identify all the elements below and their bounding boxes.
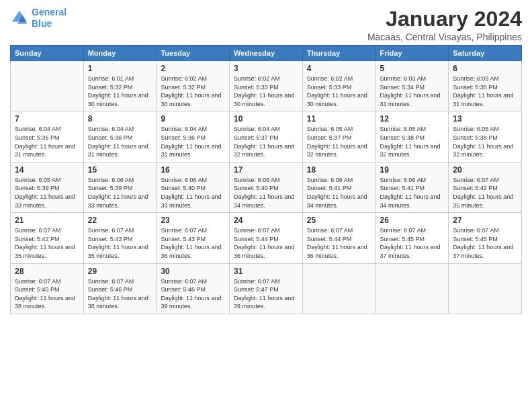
table-row: 27 Sunrise: 6:07 AMSunset: 5:45 PMDaylig… (449, 213, 522, 263)
table-row: 31 Sunrise: 6:07 AMSunset: 5:47 PMDaylig… (230, 263, 303, 314)
day-info: Sunrise: 6:04 AMSunset: 5:35 PMDaylight:… (15, 125, 79, 158)
day-number: 31 (234, 267, 298, 276)
day-number: 21 (15, 216, 79, 225)
day-info: Sunrise: 6:01 AMSunset: 5:32 PMDaylight:… (88, 75, 152, 108)
col-saturday: Saturday (449, 46, 522, 61)
table-row: 23 Sunrise: 6:07 AMSunset: 5:43 PMDaylig… (157, 213, 230, 263)
col-tuesday: Tuesday (157, 46, 230, 61)
day-number: 1 (88, 64, 152, 73)
calendar-week-row: 28 Sunrise: 6:07 AMSunset: 5:45 PMDaylig… (11, 263, 522, 314)
col-friday: Friday (375, 46, 449, 61)
day-info: Sunrise: 6:05 AMSunset: 5:39 PMDaylight:… (15, 176, 79, 210)
day-info: Sunrise: 6:06 AMSunset: 5:41 PMDaylight:… (380, 176, 445, 210)
header: General Blue January 2024 Macaas, Centra… (10, 7, 522, 42)
day-info: Sunrise: 6:06 AMSunset: 5:40 PMDaylight:… (234, 176, 298, 210)
table-row (449, 263, 522, 314)
table-row: 25 Sunrise: 6:07 AMSunset: 5:44 PMDaylig… (302, 213, 375, 263)
day-info: Sunrise: 6:05 AMSunset: 5:38 PMDaylight:… (380, 125, 445, 158)
table-row: 11 Sunrise: 6:05 AMSunset: 5:37 PMDaylig… (302, 111, 375, 162)
day-info: Sunrise: 6:07 AMSunset: 5:44 PMDaylight:… (234, 226, 298, 260)
day-info: Sunrise: 6:03 AMSunset: 5:34 PMDaylight:… (380, 75, 445, 108)
day-info: Sunrise: 6:06 AMSunset: 5:41 PMDaylight:… (307, 176, 371, 210)
logo-icon (10, 9, 29, 28)
calendar-week-row: 7 Sunrise: 6:04 AMSunset: 5:35 PMDayligh… (11, 111, 522, 162)
day-number: 19 (380, 165, 445, 175)
day-number: 22 (88, 216, 152, 225)
table-row: 14 Sunrise: 6:05 AMSunset: 5:39 PMDaylig… (11, 162, 84, 212)
table-row: 1 Sunrise: 6:01 AMSunset: 5:32 PMDayligh… (83, 61, 157, 111)
day-info: Sunrise: 6:06 AMSunset: 5:40 PMDaylight:… (161, 176, 225, 210)
table-row: 18 Sunrise: 6:06 AMSunset: 5:41 PMDaylig… (302, 162, 375, 212)
col-monday: Monday (83, 46, 157, 61)
table-row: 19 Sunrise: 6:06 AMSunset: 5:41 PMDaylig… (375, 162, 449, 212)
calendar-table: Sunday Monday Tuesday Wednesday Thursday… (10, 45, 522, 314)
day-number: 5 (380, 64, 445, 73)
table-row: 8 Sunrise: 6:04 AMSunset: 5:36 PMDayligh… (83, 111, 157, 162)
day-number: 6 (453, 64, 517, 73)
logo-line1: General (32, 7, 66, 17)
day-number: 7 (15, 114, 79, 124)
table-row: 30 Sunrise: 6:07 AMSunset: 5:46 PMDaylig… (157, 263, 230, 314)
day-info: Sunrise: 6:07 AMSunset: 5:42 PMDaylight:… (15, 226, 79, 260)
title-block: January 2024 Macaas, Central Visayas, Ph… (367, 7, 522, 42)
logo-text: General Blue (32, 7, 66, 30)
table-row: 22 Sunrise: 6:07 AMSunset: 5:43 PMDaylig… (83, 213, 157, 263)
day-info: Sunrise: 6:04 AMSunset: 5:36 PMDaylight:… (88, 125, 152, 158)
day-number: 17 (234, 165, 298, 175)
day-number: 13 (453, 114, 517, 124)
day-info: Sunrise: 6:02 AMSunset: 5:33 PMDaylight:… (307, 75, 371, 108)
col-sunday: Sunday (11, 46, 84, 61)
table-row: 5 Sunrise: 6:03 AMSunset: 5:34 PMDayligh… (375, 61, 449, 111)
day-info: Sunrise: 6:03 AMSunset: 5:35 PMDaylight:… (453, 75, 517, 108)
table-row: 17 Sunrise: 6:06 AMSunset: 5:40 PMDaylig… (230, 162, 303, 212)
col-thursday: Thursday (302, 46, 375, 61)
day-info: Sunrise: 6:06 AMSunset: 5:39 PMDaylight:… (88, 176, 152, 210)
calendar-header-row: Sunday Monday Tuesday Wednesday Thursday… (11, 46, 522, 61)
day-number: 16 (161, 165, 225, 175)
day-info: Sunrise: 6:02 AMSunset: 5:32 PMDaylight:… (161, 75, 225, 108)
calendar-week-row: 14 Sunrise: 6:05 AMSunset: 5:39 PMDaylig… (11, 162, 522, 212)
table-row: 13 Sunrise: 6:05 AMSunset: 5:38 PMDaylig… (449, 111, 522, 162)
table-row: 12 Sunrise: 6:05 AMSunset: 5:38 PMDaylig… (375, 111, 449, 162)
day-number: 9 (161, 114, 225, 124)
table-row: 15 Sunrise: 6:06 AMSunset: 5:39 PMDaylig… (83, 162, 157, 212)
main-container: General Blue January 2024 Macaas, Centra… (0, 0, 532, 321)
table-row: 28 Sunrise: 6:07 AMSunset: 5:45 PMDaylig… (11, 263, 84, 314)
day-number: 28 (15, 267, 79, 276)
col-wednesday: Wednesday (230, 46, 303, 61)
day-number: 25 (307, 216, 371, 225)
table-row: 7 Sunrise: 6:04 AMSunset: 5:35 PMDayligh… (11, 111, 84, 162)
day-number: 27 (453, 216, 517, 225)
day-info: Sunrise: 6:07 AMSunset: 5:44 PMDaylight:… (307, 226, 371, 260)
day-number: 10 (234, 114, 298, 124)
day-number: 20 (453, 165, 517, 175)
day-info: Sunrise: 6:07 AMSunset: 5:42 PMDaylight:… (453, 176, 517, 210)
table-row: 4 Sunrise: 6:02 AMSunset: 5:33 PMDayligh… (302, 61, 375, 111)
table-row: 21 Sunrise: 6:07 AMSunset: 5:42 PMDaylig… (11, 213, 84, 263)
day-number: 11 (307, 114, 371, 124)
logo-line2: Blue (32, 18, 52, 29)
day-number: 4 (307, 64, 371, 73)
day-info: Sunrise: 6:07 AMSunset: 5:43 PMDaylight:… (88, 226, 152, 260)
day-number: 15 (88, 165, 152, 175)
day-number: 2 (161, 64, 225, 73)
calendar-week-row: 21 Sunrise: 6:07 AMSunset: 5:42 PMDaylig… (11, 213, 522, 263)
table-row: 20 Sunrise: 6:07 AMSunset: 5:42 PMDaylig… (449, 162, 522, 212)
day-number: 29 (88, 267, 152, 276)
table-row (375, 263, 449, 314)
table-row: 26 Sunrise: 6:07 AMSunset: 5:45 PMDaylig… (375, 213, 449, 263)
table-row: 29 Sunrise: 6:07 AMSunset: 5:46 PMDaylig… (83, 263, 157, 314)
table-row: 16 Sunrise: 6:06 AMSunset: 5:40 PMDaylig… (157, 162, 230, 212)
day-info: Sunrise: 6:02 AMSunset: 5:33 PMDaylight:… (234, 75, 298, 108)
location-title: Macaas, Central Visayas, Philippines (367, 32, 522, 42)
logo: General Blue (10, 7, 66, 30)
day-info: Sunrise: 6:07 AMSunset: 5:45 PMDaylight:… (453, 226, 517, 260)
day-info: Sunrise: 6:07 AMSunset: 5:46 PMDaylight:… (161, 277, 225, 311)
day-info: Sunrise: 6:07 AMSunset: 5:45 PMDaylight:… (15, 277, 79, 311)
table-row: 2 Sunrise: 6:02 AMSunset: 5:32 PMDayligh… (157, 61, 230, 111)
day-number: 12 (380, 114, 445, 124)
table-row (11, 61, 84, 111)
day-number: 24 (234, 216, 298, 225)
month-title: January 2024 (367, 7, 522, 32)
day-number: 8 (88, 114, 152, 124)
